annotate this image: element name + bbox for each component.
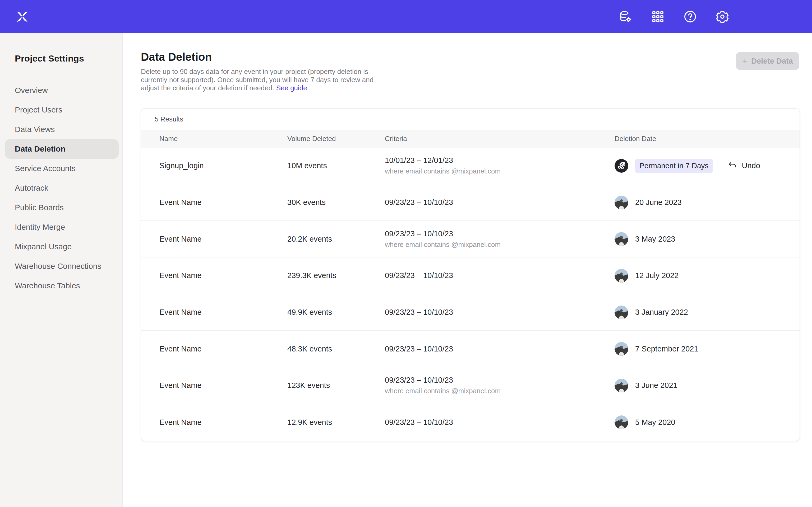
sidebar-item-project-users[interactable]: Project Users [0,100,122,120]
description-line-1: Delete up to 90 days data for any event … [141,68,379,76]
event-name: Event Name [159,198,287,207]
table-row: Event Name 49.9K events 09/23/23 – 10/10… [141,294,800,331]
undo-button[interactable]: Undo [727,161,760,171]
criteria-range: 09/23/23 – 10/10/23 [385,271,615,280]
deletion-date-cell: Permanent in 7 Days Undo [615,159,800,173]
criteria-range: 09/23/23 – 10/10/23 [385,345,615,353]
sidebar-item-data-views[interactable]: Data Views [0,120,122,139]
page-title: Data Deletion [141,51,212,63]
sidebar-item-autotrack[interactable]: Autotrack [0,178,122,198]
criteria-range: 09/23/23 – 10/10/23 [385,198,615,207]
avatar [615,379,628,392]
deletion-date: 7 September 2021 [635,345,698,353]
criteria-condition: where email contains @mixpanel.com [385,240,615,249]
sidebar-items: Overview Project Users Data Views Data D… [0,80,122,295]
criteria-condition: where email contains @mixpanel.com [385,387,615,395]
deletion-date-cell: 7 September 2021 [615,342,800,356]
mixpanel-logo[interactable] [15,9,30,24]
deletion-date: 3 May 2023 [635,235,675,243]
table-row: Event Name 239.3K events 09/23/23 – 10/1… [141,258,800,294]
avatar [615,342,628,356]
criteria-condition: where email contains @mixpanel.com [385,167,615,175]
main-content: Data Deletion Delete up to 90 days data … [123,33,812,507]
mixpanel-logo-icon [15,9,29,24]
plus-icon: + [742,57,748,65]
criteria-cell: 09/23/23 – 10/10/23 where email contains… [385,376,615,395]
volume-deleted: 20.2K events [287,235,385,243]
volume-deleted: 30K events [287,198,385,207]
deletion-date-cell: 3 January 2022 [615,305,800,319]
table-row: Event Name 20.2K events 09/23/23 – 10/10… [141,221,800,258]
table-row: Signup_login 10M events 10/01/23 – 12/01… [141,148,800,184]
description-line-3: adjust the criteria of your deletion if … [141,84,276,92]
sidebar-item-data-deletion[interactable]: Data Deletion [5,139,119,159]
description-line-2: currently not supported). Once submitted… [141,76,379,84]
criteria-range: 09/23/23 – 10/10/23 [385,376,615,385]
sidebar-item-overview[interactable]: Overview [0,80,122,100]
deletion-date-cell: 12 July 2022 [615,269,800,283]
avatar [615,305,628,319]
criteria-cell: 09/23/23 – 10/10/23 [385,198,615,207]
see-guide-link[interactable]: See guide [276,84,307,92]
criteria-range: 09/23/23 – 10/10/23 [385,229,615,238]
avatar [615,196,628,209]
results-count: 5 Results [141,109,800,130]
status-badge: Permanent in 7 Days [635,159,713,173]
criteria-cell: 09/23/23 – 10/10/23 [385,271,615,280]
volume-deleted: 123K events [287,381,385,390]
deletion-date: 12 July 2022 [635,271,678,280]
deletion-date-cell: 3 June 2021 [615,379,800,392]
delete-data-button[interactable]: + Delete Data [736,52,799,70]
data-integrations-icon[interactable] [618,9,633,24]
deletion-requests-card: 5 Results Name Volume Deleted Criteria D… [141,108,800,441]
event-name: Event Name [159,235,287,243]
sidebar-item-service-accounts[interactable]: Service Accounts [0,159,122,178]
volume-deleted: 10M events [287,161,385,170]
criteria-cell: 10/01/23 – 12/01/23 where email contains… [385,156,615,175]
column-header-volume-deleted: Volume Deleted [287,135,385,143]
avatar [615,159,628,173]
top-navigation-bar [0,0,812,33]
volume-deleted: 49.9K events [287,308,385,317]
sidebar-title: Project Settings [15,53,122,64]
volume-deleted: 12.9K events [287,418,385,427]
settings-sidebar: Project Settings Overview Project Users … [0,33,123,507]
event-name: Event Name [159,271,287,280]
event-name: Event Name [159,418,287,427]
delete-data-button-label: Delete Data [751,57,793,65]
table-row: Event Name 12.9K events 09/23/23 – 10/10… [141,404,800,441]
deletion-date-cell: 3 May 2023 [615,232,800,246]
criteria-range: 09/23/23 – 10/10/23 [385,308,615,317]
topbar-icon-group [618,0,730,33]
apps-grid-icon[interactable] [650,9,666,24]
table-header-row: Name Volume Deleted Criteria Deletion Da… [141,130,800,148]
criteria-cell: 09/23/23 – 10/10/23 [385,308,615,317]
criteria-range: 09/23/23 – 10/10/23 [385,418,615,427]
settings-icon[interactable] [715,9,730,24]
sidebar-item-warehouse-tables[interactable]: Warehouse Tables [0,276,122,295]
page-description: Delete up to 90 days data for any event … [141,68,379,92]
sidebar-item-warehouse-connections[interactable]: Warehouse Connections [0,257,122,276]
event-name: Event Name [159,345,287,353]
deletion-date: 5 May 2020 [635,418,675,427]
column-header-criteria: Criteria [385,135,615,143]
deletion-date: 3 June 2021 [635,381,677,390]
sidebar-item-mixpanel-usage[interactable]: Mixpanel Usage [0,237,122,257]
criteria-cell: 09/23/23 – 10/10/23 where email contains… [385,229,615,249]
table-row: Event Name 48.3K events 09/23/23 – 10/10… [141,331,800,367]
table-row: Event Name 30K events 09/23/23 – 10/10/2… [141,184,800,221]
event-name: Event Name [159,381,287,390]
help-icon[interactable] [682,9,698,24]
avatar [615,232,628,246]
column-header-name: Name [159,135,287,143]
table-row: Event Name 123K events 09/23/23 – 10/10/… [141,367,800,404]
event-name: Signup_login [159,161,287,170]
sidebar-item-public-boards[interactable]: Public Boards [0,198,122,217]
deletion-date: 3 January 2022 [635,308,688,317]
sidebar-item-identity-merge[interactable]: Identity Merge [0,217,122,237]
deletion-date-cell: 5 May 2020 [615,415,800,429]
criteria-range: 10/01/23 – 12/01/23 [385,156,615,165]
column-header-deletion-date: Deletion Date [615,135,800,143]
criteria-cell: 09/23/23 – 10/10/23 [385,345,615,353]
avatar [615,415,628,429]
